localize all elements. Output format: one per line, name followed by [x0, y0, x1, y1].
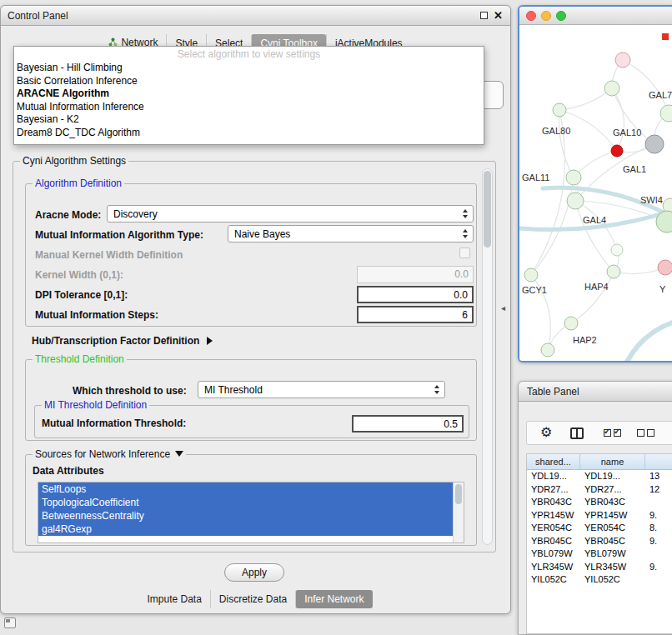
cell: YBL079W: [580, 548, 645, 561]
dpi-tolerance-label: DPI Tolerance [0,1]:: [35, 289, 128, 301]
column-chooser-icon[interactable]: [570, 428, 584, 439]
dpi-tolerance-field[interactable]: 0.0: [357, 286, 474, 303]
cell: YLR345W: [527, 561, 580, 574]
table-row[interactable]: YDL19...YDL19...13: [527, 470, 672, 483]
minimize-traffic-light-icon[interactable]: [541, 11, 551, 21]
mi-type-label: Mutual Information Algorithm Type:: [35, 229, 203, 241]
kernel-width-field[interactable]: 0.0: [357, 266, 474, 283]
network-edge[interactable]: [571, 272, 614, 323]
algorithm-definition-group: Algorithm Definition Aracne Mode: Discov…: [25, 183, 477, 327]
cell: 13: [645, 470, 672, 483]
table-settings-gear-icon[interactable]: ⚙: [540, 424, 552, 440]
dropdown-placeholder: Select algorithm to view settings: [14, 47, 484, 62]
cell: YBR043C: [580, 496, 645, 509]
cell: YBL079W: [527, 548, 580, 561]
table-row[interactable]: YBR043CYBR043C: [527, 496, 672, 509]
network-edge[interactable]: [626, 322, 672, 362]
control-panel-window: Control Panel ✕ NetworkStyleSelectCyni T…: [0, 5, 511, 614]
panel-splitter-collapse-icon[interactable]: ◂: [501, 303, 505, 312]
algorithm-option-basic-correlation-inference[interactable]: Basic Correlation Inference: [14, 75, 484, 88]
node-label-hap2: HAP2: [573, 335, 597, 345]
node-label-gal1: GAL1: [623, 164, 646, 174]
algorithm-option-bayesian-k2[interactable]: Bayesian - K2: [14, 113, 484, 127]
node-mid-top[interactable]: [604, 81, 619, 96]
zoom-traffic-light-icon[interactable]: [556, 11, 566, 21]
mi-threshold-field[interactable]: 0.5: [352, 415, 464, 432]
deselect-all-rows-icon[interactable]: [637, 429, 657, 444]
node-right-pink[interactable]: [658, 260, 672, 275]
apply-button[interactable]: Apply: [224, 563, 284, 582]
cell: YDL19...: [580, 470, 645, 483]
table-row[interactable]: YER054CYER054C8.: [527, 522, 672, 535]
node-gal1-selected[interactable]: [611, 145, 623, 157]
node-label-gal4: GAL4: [583, 215, 606, 225]
sources-group: Sources for Network Inference Data Attri…: [25, 454, 477, 546]
data-attribute-gal4rgexp[interactable]: gal4RGexp: [38, 522, 453, 536]
data-attribute-topologicalcoefficient[interactable]: TopologicalCoefficient: [38, 496, 453, 509]
panel-title: Control Panel: [8, 10, 68, 22]
table-row[interactable]: YIL052CYIL052C: [527, 573, 672, 587]
network-edge[interactable]: [612, 88, 624, 151]
bottom-tab-discretize-data[interactable]: Discretize Data: [210, 590, 295, 608]
table-row[interactable]: YBR045CYBR045C9.: [527, 535, 672, 548]
node-hap2[interactable]: [564, 317, 578, 330]
cell: YER054C: [527, 522, 580, 535]
table-header-row: shared...name: [527, 454, 672, 470]
table-panel-window: Table Panel ⚙ shared...name YDL19...YDL1…: [518, 381, 672, 635]
table-row[interactable]: YLR345WYLR345W9.: [527, 561, 672, 574]
mi-threshold-group-title: MI Threshold Definition: [42, 399, 149, 411]
float-window-icon[interactable]: [480, 12, 488, 19]
node-hap4[interactable]: [607, 265, 620, 278]
network-edge[interactable]: [623, 60, 669, 113]
cell: [645, 573, 672, 587]
which-threshold-combo[interactable]: MI Threshold: [198, 381, 445, 398]
attributes-scrollbar[interactable]: [453, 482, 464, 542]
table-row[interactable]: YBL079WYBL079W: [527, 548, 672, 561]
node-gcy1[interactable]: [524, 268, 538, 282]
bottom-tab-impute-data[interactable]: Impute Data: [138, 590, 209, 608]
settings-scrollbar[interactable]: [482, 168, 493, 545]
aracne-mode-combo[interactable]: Discovery: [107, 205, 474, 222]
node-gal4[interactable]: [567, 192, 584, 209]
network-canvas-container: GAL7GAL80GAL10GAL1GAL11SWI4GAL4GCY1HAP4Y…: [519, 25, 672, 362]
data-attribute-betweennesscentrality[interactable]: BetweennessCentrality: [38, 509, 453, 522]
node-center-small[interactable]: [611, 244, 623, 256]
network-edge[interactable]: [559, 88, 612, 110]
table-row[interactable]: YDR27...YDR27...12: [527, 483, 672, 497]
collapsed-panel-icon[interactable]: [4, 618, 16, 628]
collapse-down-icon[interactable]: [175, 451, 183, 457]
scrollbar-thumb[interactable]: [484, 171, 491, 248]
network-edge[interactable]: [575, 201, 614, 272]
data-attribute-selfloops[interactable]: SelfLoops: [38, 482, 453, 496]
algorithm-option-bayesian-hill-climbing[interactable]: Bayesian - Hill Climbing: [14, 62, 484, 75]
hub-definition-toggle[interactable]: Hub/Transcription Factor Definition: [32, 335, 213, 347]
node-bottom-left[interactable]: [541, 343, 554, 357]
column-header-shared[interactable]: shared...: [527, 454, 580, 470]
column-header-name[interactable]: name: [580, 454, 645, 470]
node-pink-top[interactable]: [615, 52, 630, 68]
algorithm-option-aracne-algorithm[interactable]: ARACNE Algorithm: [14, 88, 484, 101]
algorithm-option-dream8-dc-tdc-algorithm[interactable]: Dream8 DC_TDC Algorithm: [14, 127, 484, 140]
network-view-window: GAL7GAL80GAL10GAL1GAL11SWI4GAL4GCY1HAP4Y…: [518, 5, 672, 362]
table-row[interactable]: YPR145WYPR145W9.: [527, 509, 672, 522]
node-gal11[interactable]: [566, 170, 581, 185]
mi-steps-field[interactable]: 6: [357, 306, 474, 323]
manual-kernel-checkbox[interactable]: [459, 248, 470, 258]
cell: 9.: [645, 535, 672, 548]
mi-type-combo[interactable]: Naive Bayes: [228, 225, 474, 242]
node-gal80[interactable]: [553, 103, 566, 117]
select-all-rows-icon[interactable]: [604, 429, 624, 444]
close-traffic-light-icon[interactable]: [526, 11, 536, 21]
node-label-gcy1: GCY1: [522, 285, 547, 295]
network-canvas[interactable]: GAL7GAL80GAL10GAL1GAL11SWI4GAL4GCY1HAP4Y…: [519, 25, 672, 362]
bottom-tab-infer-network[interactable]: Infer Network: [295, 590, 372, 608]
mi-steps-label: Mutual Information Steps:: [35, 309, 158, 321]
close-icon[interactable]: ✕: [494, 9, 503, 22]
cell: YLR345W: [580, 561, 645, 574]
algorithm-option-mutual-information-inference[interactable]: Mutual Information Inference: [14, 101, 484, 114]
node-gal10[interactable]: [645, 135, 664, 153]
aracne-mode-label: Aracne Mode:: [35, 209, 101, 221]
column-header-col-3[interactable]: [645, 454, 672, 470]
network-edge[interactable]: [531, 178, 574, 275]
attributes-scrollbar-thumb[interactable]: [455, 484, 462, 504]
